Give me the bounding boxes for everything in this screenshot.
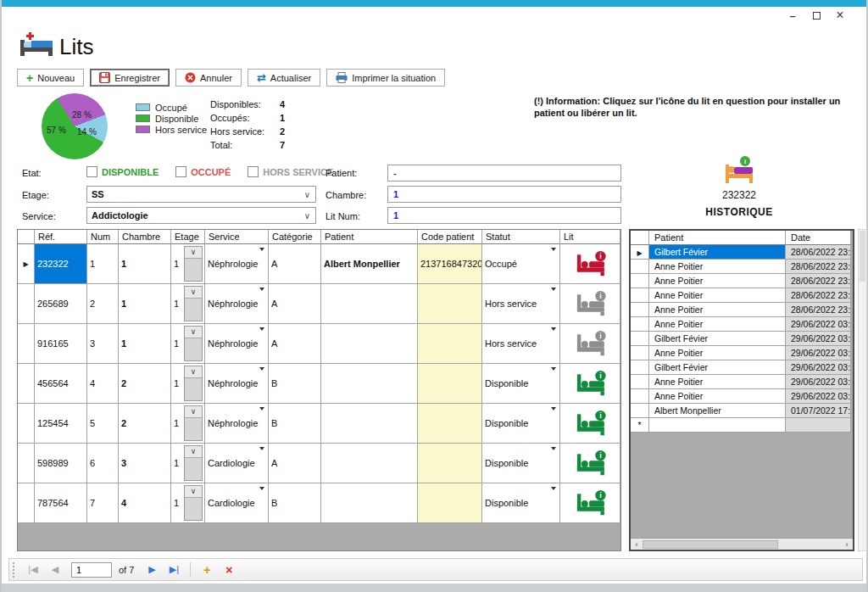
cell-chambre[interactable]: 2 [119,404,171,444]
maximize-icon[interactable] [809,8,824,23]
checkbox-occupe[interactable]: OCCUPÉ [175,166,231,177]
bed-status-icon[interactable]: i [572,450,608,477]
cell-date[interactable]: 29/06/2022 03:43:19 [786,332,851,346]
cell-date[interactable]: 29/06/2022 03:45:08 [786,360,851,375]
row-selector[interactable]: ▶ [18,244,35,284]
minimize-icon[interactable]: – [785,8,800,23]
bed-status-icon[interactable]: i [572,489,608,517]
record-position-input[interactable]: 1 [71,562,112,578]
cell-num[interactable]: 5 [87,404,119,444]
column-header[interactable]: Date [786,231,851,245]
chambre-input[interactable]: 1 [387,186,621,203]
bed-status-icon[interactable]: i [572,370,608,397]
cell-chambre[interactable]: 3 [119,444,171,483]
row-selector[interactable] [631,260,649,274]
cell-statut[interactable]: Hors service [482,284,560,324]
cell-patient[interactable] [649,418,786,433]
cell-code-patient[interactable]: 21371684732025 [418,244,482,284]
cell-etage[interactable]: 1∨ [171,444,205,483]
litnum-input[interactable]: 1 [387,207,621,224]
row-selector[interactable] [18,483,35,523]
column-header[interactable]: Code patient [418,230,482,244]
cell-num[interactable]: 7 [87,483,119,523]
etage-select[interactable]: SS ∨ [86,186,316,203]
patient-input[interactable]: - [387,165,621,182]
service-select[interactable]: Addictologie ∨ [86,207,316,224]
cell-chambre[interactable]: 1 [119,284,171,324]
cell-patient[interactable]: Gilbert Févier [649,360,786,375]
cell-patient[interactable] [321,364,418,404]
cell-date[interactable]: 28/06/2022 23:48:35 [786,288,851,303]
cell-ref[interactable]: 232322 [35,244,87,284]
annuler-button[interactable]: Annuler [175,69,242,87]
column-header[interactable]: Chambre [119,230,171,244]
column-header[interactable]: Réf. [35,230,87,244]
bed-status-icon[interactable]: i [572,410,608,437]
cell-code-patient[interactable] [418,324,482,364]
cell-service[interactable]: Cardiologie [205,483,269,523]
cell-chambre[interactable]: 1 [119,244,171,284]
scrollbar-thumb[interactable] [643,540,778,549]
row-selector[interactable] [631,332,649,346]
etage-combo[interactable]: ∨ [184,326,203,361]
cell-service[interactable]: Cardiologie [205,444,269,483]
cell-etage[interactable]: 1∨ [171,284,205,324]
cell-patient[interactable]: Anne Poitier [649,375,786,389]
cell-patient[interactable] [321,324,418,364]
cell-date[interactable]: 01/07/2022 17:03:29 [786,404,851,418]
nouveau-button[interactable]: + Nouveau [17,69,84,87]
history-hscrollbar[interactable]: ‹ › [631,538,853,550]
column-header[interactable]: Lit [560,230,620,244]
etage-combo[interactable]: ∨ [184,286,203,321]
cell-service[interactable]: Néphrologie [205,404,269,444]
cell-statut[interactable]: Disponible [482,444,560,483]
column-header[interactable] [631,231,649,245]
cell-date[interactable]: 29/06/2022 03:44:24 [786,346,851,360]
cell-code-patient[interactable] [418,364,482,404]
bed-status-icon[interactable]: i [572,250,608,277]
cell-ref[interactable]: 265689 [35,284,87,324]
cell-chambre[interactable]: 2 [119,364,171,404]
row-selector[interactable] [18,404,35,444]
first-record-button[interactable]: |◀ [24,564,42,575]
cell-chambre[interactable]: 4 [119,483,171,523]
cell-ref[interactable]: 125454 [35,404,87,444]
cell-categorie[interactable]: A [269,324,321,364]
column-header[interactable]: Patient [649,231,786,245]
cell-patient[interactable] [321,444,418,483]
row-selector[interactable] [631,288,649,303]
add-record-button[interactable]: + [198,562,216,577]
last-record-button[interactable]: ▶| [164,564,183,575]
cell-patient[interactable]: Anne Poitier [649,317,786,332]
cell-num[interactable]: 1 [87,244,119,284]
cell-ref[interactable]: 916165 [35,324,87,364]
etage-combo[interactable]: ∨ [184,246,203,282]
column-header[interactable]: Num [87,230,119,244]
actualiser-button[interactable]: ⇄ Actualiser [248,69,320,87]
cell-patient[interactable]: Anne Poitier [649,346,786,360]
cell-etage[interactable]: 1∨ [171,483,205,523]
cell-lit[interactable]: i [560,284,620,324]
cell-patient[interactable]: Anne Poitier [649,303,786,317]
cell-date[interactable]: 28/06/2022 23:59:06 [786,303,851,317]
enregistrer-button[interactable]: Enregistrer [90,69,170,87]
row-selector[interactable] [631,389,649,404]
cell-num[interactable]: 3 [87,324,119,364]
cell-statut[interactable]: Occupé [482,244,560,284]
cell-num[interactable]: 2 [87,284,119,324]
cell-categorie[interactable]: B [269,364,321,404]
cell-patient[interactable]: Albert Monpellier [321,244,418,284]
etage-combo[interactable]: ∨ [184,445,203,481]
next-record-button[interactable]: ▶ [142,564,161,575]
cell-categorie[interactable]: B [269,483,321,523]
cell-lit[interactable]: i [560,364,620,404]
cell-num[interactable]: 4 [87,364,119,404]
scroll-left-icon[interactable]: ‹ [631,540,643,549]
previous-record-button[interactable]: ◀ [46,564,64,575]
etage-combo[interactable]: ∨ [184,485,203,521]
cell-code-patient[interactable] [418,444,482,483]
cell-patient[interactable]: Albert Monpellier [649,404,786,418]
bed-status-icon[interactable]: i [572,290,608,317]
row-selector[interactable] [18,364,35,404]
row-selector[interactable] [631,346,649,360]
